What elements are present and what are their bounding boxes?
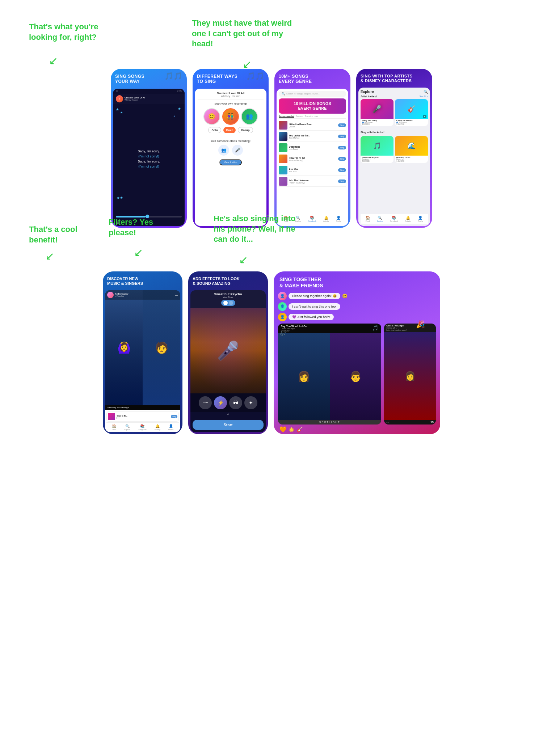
tab-trending[interactable]: Trending now xyxy=(305,115,318,118)
arrow-bottom-center: ↙ xyxy=(134,246,143,259)
phone-explore: SING WITH TOP ARTISTS& DISNEY CHARACTERS… xyxy=(356,69,432,228)
effect-lightning-btn[interactable]: ⚡ xyxy=(214,396,227,409)
nav-profile[interactable]: 👤Profile xyxy=(336,216,341,222)
sing-btn-5[interactable]: Sing xyxy=(338,180,346,183)
effect-wave-btn[interactable]: 〰 xyxy=(199,396,212,409)
nav-profile-3[interactable]: 👤Profile xyxy=(168,424,173,431)
artist-card-ed: 🎸 ▶ Castle on the Hill EdSheeran xyxy=(395,99,428,126)
song-item-4: Ava MaxAva Max Sing xyxy=(279,165,346,176)
phone-explore-screen: SING WITH TOP ARTISTS& DISNEY CHARACTERS… xyxy=(356,69,432,228)
sing-btn-1[interactable]: Sing xyxy=(338,135,346,138)
deco-emoji-1: 🧡 xyxy=(279,426,287,433)
score-display: 19 xyxy=(430,421,434,424)
effects-artist: Ava Max xyxy=(193,296,264,299)
trending-label: Trending Recordings xyxy=(107,406,178,409)
phone-discover: DISCOVER NEWMUSIC & SINGERS hellloitsand… xyxy=(103,271,182,434)
deco-emoji-2: 🌟 xyxy=(289,427,294,432)
start-btn[interactable]: Start xyxy=(193,420,264,430)
annotation-bottom-right: He's also singing into his phone? Well, … xyxy=(214,214,300,245)
see-all-btn[interactable]: See All > xyxy=(419,95,428,98)
artist-card-ava: 🎵 Sweet but Psycho AvaMax + 1 459K 112K xyxy=(361,136,393,163)
duet-song-title: Say You Won't Let Go xyxy=(281,325,307,328)
section-top: That's what you're looking for, right? ↙… xyxy=(14,11,529,228)
nav-activity-2[interactable]: 🔔Activity xyxy=(405,216,411,222)
phone-effects: ADD EFFECTS TO LOOK& SOUND AMAZING Sweet… xyxy=(188,271,268,434)
chevron-up-icon: ^ xyxy=(190,412,266,418)
chat-bubble-3: 💜 Just followed you both! xyxy=(289,314,334,320)
chat-msg-2: 👤 I can't wait to sing this one too! xyxy=(278,302,436,311)
annotation-bottom-center: Filters? Yes please! xyxy=(109,217,181,238)
chat-bubble-2: I can't wait to sing this one too! xyxy=(289,303,340,310)
gloall-artist: Whitney Houston xyxy=(198,95,264,97)
explore-bottom-nav: 🏠Feed 🔍Explore 📚Songbook 🔔Activity 👤Prof… xyxy=(361,214,428,224)
phone-sing-songs: SING SONGS YOUR WAY 🎵🎵 ✕ 2:35 ♪ xyxy=(111,69,187,228)
nav-explore-2[interactable]: 🔍Explore xyxy=(377,216,383,222)
sing-btn-4[interactable]: Sing xyxy=(338,168,346,172)
artist-stats-disney: 1.9M 385K xyxy=(396,160,426,162)
song-thumb-1 xyxy=(279,132,287,141)
artist-stats-ed: 5.8M 256K xyxy=(396,123,426,125)
deco-emoji-3: 🎸 xyxy=(296,427,303,432)
effect-star-btn[interactable]: ✦ xyxy=(244,396,257,409)
duet-emoji-card: 🎵 xyxy=(372,325,378,332)
chat-messages: 👤 Please sing together again! 😄 😄 👤 I ca… xyxy=(278,292,436,321)
song-artist-1: Whitney Houston xyxy=(125,99,182,101)
page-container: That's what you're looking for, right? ↙… xyxy=(0,0,543,445)
song-thumb-5 xyxy=(279,177,287,186)
nav-activity[interactable]: 🔔Activity xyxy=(323,216,329,222)
group-btn[interactable]: Group xyxy=(238,127,253,133)
nav-feed-2[interactable]: 🏠Feed xyxy=(366,216,370,222)
chat-msg-1: 👤 Please sing together again! 😄 😄 xyxy=(278,292,436,300)
nav-songbook[interactable]: 📚Songbook xyxy=(308,216,316,222)
sing-btn-3[interactable]: Sing xyxy=(338,157,346,161)
song-item-2: DespacitoLuis Fonsi Sing xyxy=(279,143,346,153)
phone-together: SING TOGETHER& MAKE FRIENDS 👤 Please sin… xyxy=(274,271,440,434)
gloall-song: Greatest Love Of All xyxy=(198,92,264,95)
song-item-3: How Far I'll GoMoana (Disney) Sing xyxy=(279,154,346,164)
phones-row-1: SING SONGS YOUR WAY 🎵🎵 ✕ 2:35 ♪ xyxy=(14,69,529,228)
sing-btn-0[interactable]: Sing xyxy=(338,123,346,127)
mini-sing-1[interactable]: Sing xyxy=(171,415,177,418)
start-recording-text: Start your own recording! xyxy=(198,102,264,105)
nav-songbook-2[interactable]: 📚Songbook xyxy=(390,216,398,222)
solo-btn[interactable]: Solo xyxy=(208,127,221,133)
phone7-title: SING TOGETHER& MAKE FRIENDS xyxy=(274,271,440,292)
duet-btn[interactable]: Duet xyxy=(223,127,236,133)
phone-different-ways: DIFFERENT WAYSTO SING 🎵🎵 Greatest Love O… xyxy=(193,69,269,228)
artist-stats-demi: 3.0M 325K xyxy=(362,123,392,125)
sing-with-artist-label: Sing with the Artist! xyxy=(361,131,384,134)
tab-recommended[interactable]: Recommended xyxy=(279,115,294,118)
sing-btn-2[interactable]: Sing xyxy=(338,146,346,149)
arrow-top-left: ↙ xyxy=(49,54,58,67)
annotation-bottom-left: That's a cool benefit! xyxy=(29,224,94,245)
phone5-title: DISCOVER NEWMUSIC & SINGERS xyxy=(103,271,182,288)
search-placeholder: Search for songs, singers, invites... xyxy=(286,93,320,95)
song-item-5: Into The UnknownFrozen 2 (Disney) Sing xyxy=(279,176,346,187)
annotation-top-right: They must have that weird one I can't ge… xyxy=(192,18,293,49)
view-invites-btn[interactable]: View Invites xyxy=(219,159,241,165)
lyric-3: Baby, I'm sorry. xyxy=(138,160,160,163)
emoji-float-2: 🎶 xyxy=(280,331,286,337)
nav-explore-3[interactable]: 🔍Explore xyxy=(124,424,130,431)
nav-activity-3[interactable]: 🔔Activity xyxy=(155,424,160,431)
nav-profile-2[interactable]: 👤Profile xyxy=(418,216,423,222)
discover-bottom-nav: 🏠Feed 🔍Explore 📚Songbook 🔔Activity 👤Prof… xyxy=(106,422,179,432)
search-explore-icon[interactable]: 🔍 xyxy=(424,90,428,94)
phone-discover-screen: DISCOVER NEWMUSIC & SINGERS hellloitsand… xyxy=(103,271,182,434)
effect-glasses-btn[interactable]: 🕶 xyxy=(229,396,242,409)
arrow-bottom-right: ↙ xyxy=(239,253,248,266)
emoji-float-1: 🎉 xyxy=(416,320,425,329)
music-notes-1: 🎵🎵 xyxy=(164,72,182,80)
phone-ten-million: 10M+ SONGSEVERY GENRE 🔍 Search for songs… xyxy=(274,69,350,228)
nav-feed-3[interactable]: 🏠Feed xyxy=(112,424,116,431)
phone-effects-screen: ADD EFFECTS TO LOOK& SOUND AMAZING Sweet… xyxy=(188,271,268,434)
lyric-4: (I'm not sorry!) xyxy=(138,165,159,168)
explore-title: Explore xyxy=(361,90,374,94)
lyric-2: (I'm not sorry!) xyxy=(138,155,159,158)
nav-songbook-3[interactable]: 📚Songbook xyxy=(138,424,147,431)
chat-bubble-1: Please sing together again! 😄 xyxy=(289,293,340,299)
spotlight-badge: SPOTLIGHT xyxy=(278,420,381,425)
tab-popular[interactable]: Popular xyxy=(296,115,303,118)
phone3-title: 10M+ SONGSEVERY GENRE xyxy=(274,69,350,86)
phone4-title: SING WITH TOP ARTISTS& DISNEY CHARACTERS xyxy=(356,69,432,85)
